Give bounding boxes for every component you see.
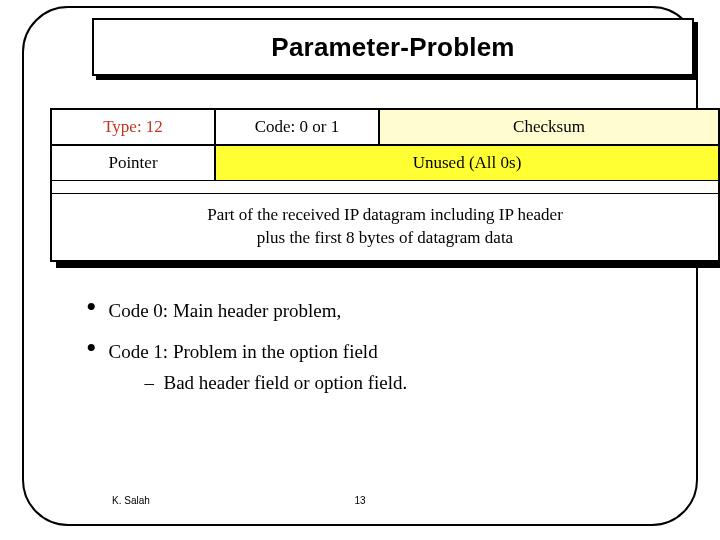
list-item: • Code 0: Main header problem, xyxy=(86,300,686,323)
list-item: • Code 1: Problem in the option field – … xyxy=(86,341,686,395)
field-code: Code: 0 or 1 xyxy=(215,109,379,145)
bullet-body-1: Code 1: Problem in the option field – Ba… xyxy=(109,341,408,395)
sub-bullet: – Bad header field or option field. xyxy=(145,372,408,395)
payload-desc-line1: Part of the received IP datagram includi… xyxy=(207,204,563,227)
bullet-list: • Code 0: Main header problem, • Code 1:… xyxy=(86,300,686,412)
title-box: Parameter-Problem xyxy=(92,18,694,76)
footer-author: K. Salah xyxy=(112,495,150,506)
packet-row-2: Pointer Unused (All 0s) xyxy=(51,145,719,181)
field-checksum: Checksum xyxy=(379,109,719,145)
footer-page-number: 13 xyxy=(354,495,365,506)
packet-gap xyxy=(51,181,719,193)
sub-bullet-text: Bad header field or option field. xyxy=(164,372,408,393)
bullet-icon: • xyxy=(86,341,97,355)
bullet-text-1: Code 1: Problem in the option field xyxy=(109,341,378,362)
bullet-icon: • xyxy=(86,300,97,314)
packet-diagram: Type: 12 Code: 0 or 1 Checksum Pointer U… xyxy=(50,108,720,262)
field-type: Type: 12 xyxy=(51,109,215,145)
field-unused: Unused (All 0s) xyxy=(215,145,719,181)
field-pointer: Pointer xyxy=(51,145,215,181)
bullet-text-0: Code 0: Main header problem, xyxy=(109,300,342,323)
page-title: Parameter-Problem xyxy=(271,32,514,63)
slide-frame: Parameter-Problem Type: 12 Code: 0 or 1 … xyxy=(22,6,698,526)
payload-desc-line2: plus the first 8 bytes of datagram data xyxy=(257,227,513,250)
field-payload-desc: Part of the received IP datagram includi… xyxy=(51,193,719,261)
packet-row-1: Type: 12 Code: 0 or 1 Checksum xyxy=(51,109,719,145)
packet-table: Type: 12 Code: 0 or 1 Checksum Pointer U… xyxy=(50,108,720,262)
